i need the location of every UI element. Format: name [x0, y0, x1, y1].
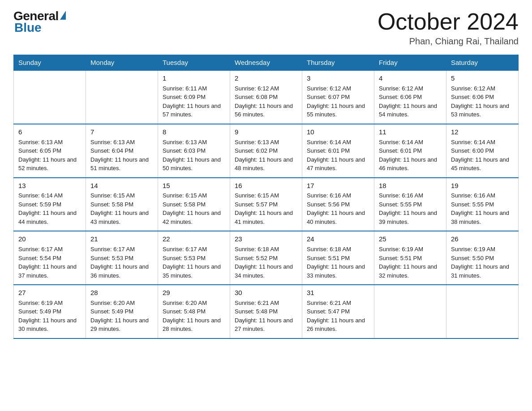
calendar-cell: 17Sunrise: 6:16 AMSunset: 5:56 PMDayligh…	[302, 178, 374, 231]
day-number: 13	[18, 181, 81, 191]
calendar-cell: 6Sunrise: 6:13 AMSunset: 6:05 PMDaylight…	[14, 124, 86, 178]
day-info: Sunrise: 6:12 AMSunset: 6:07 PMDaylight:…	[307, 84, 369, 119]
day-number: 24	[307, 234, 369, 244]
day-number: 8	[163, 127, 225, 137]
weekday-header-thursday: Thursday	[302, 55, 374, 71]
day-info: Sunrise: 6:16 AMSunset: 5:55 PMDaylight:…	[379, 191, 442, 226]
calendar-cell: 20Sunrise: 6:17 AMSunset: 5:54 PMDayligh…	[14, 231, 86, 285]
day-number: 14	[90, 181, 153, 191]
day-number: 5	[451, 73, 514, 83]
day-info: Sunrise: 6:13 AMSunset: 6:03 PMDaylight:…	[163, 138, 225, 173]
calendar-cell: 31Sunrise: 6:21 AMSunset: 5:47 PMDayligh…	[302, 285, 374, 338]
calendar-cell: 10Sunrise: 6:14 AMSunset: 6:01 PMDayligh…	[302, 124, 374, 178]
day-info: Sunrise: 6:18 AMSunset: 5:52 PMDaylight:…	[235, 245, 297, 280]
day-number: 16	[235, 181, 297, 191]
day-number: 6	[18, 127, 81, 137]
weekday-header-sunday: Sunday	[14, 55, 86, 71]
day-info: Sunrise: 6:17 AMSunset: 5:54 PMDaylight:…	[18, 245, 81, 280]
calendar-cell: 21Sunrise: 6:17 AMSunset: 5:53 PMDayligh…	[86, 231, 158, 285]
weekday-header-tuesday: Tuesday	[158, 55, 230, 71]
day-info: Sunrise: 6:18 AMSunset: 5:51 PMDaylight:…	[307, 245, 369, 280]
day-info: Sunrise: 6:15 AMSunset: 5:58 PMDaylight:…	[90, 191, 153, 226]
day-info: Sunrise: 6:12 AMSunset: 6:08 PMDaylight:…	[235, 84, 297, 119]
day-info: Sunrise: 6:17 AMSunset: 5:53 PMDaylight:…	[90, 245, 153, 280]
day-info: Sunrise: 6:14 AMSunset: 5:59 PMDaylight:…	[18, 191, 81, 226]
calendar-cell: 9Sunrise: 6:13 AMSunset: 6:02 PMDaylight…	[230, 124, 302, 178]
calendar-cell: 3Sunrise: 6:12 AMSunset: 6:07 PMDaylight…	[302, 70, 374, 124]
page-header: General Blue October 2024 Phan, Chiang R…	[13, 9, 519, 47]
calendar-cell: 29Sunrise: 6:20 AMSunset: 5:48 PMDayligh…	[158, 285, 230, 338]
calendar-cell: 26Sunrise: 6:19 AMSunset: 5:50 PMDayligh…	[446, 231, 519, 285]
calendar-week-row: 1Sunrise: 6:11 AMSunset: 6:09 PMDaylight…	[14, 70, 519, 124]
calendar-cell: 15Sunrise: 6:15 AMSunset: 5:58 PMDayligh…	[158, 178, 230, 231]
day-info: Sunrise: 6:17 AMSunset: 5:53 PMDaylight:…	[163, 245, 225, 280]
day-info: Sunrise: 6:21 AMSunset: 5:48 PMDaylight:…	[235, 299, 297, 334]
calendar-cell: 22Sunrise: 6:17 AMSunset: 5:53 PMDayligh…	[158, 231, 230, 285]
calendar-cell	[86, 70, 158, 124]
day-number: 3	[307, 73, 369, 83]
calendar-week-row: 13Sunrise: 6:14 AMSunset: 5:59 PMDayligh…	[14, 178, 519, 231]
calendar-cell	[374, 285, 446, 338]
calendar-cell: 24Sunrise: 6:18 AMSunset: 5:51 PMDayligh…	[302, 231, 374, 285]
day-number: 29	[163, 288, 225, 298]
day-info: Sunrise: 6:20 AMSunset: 5:49 PMDaylight:…	[90, 299, 153, 334]
day-number: 20	[18, 234, 81, 244]
day-number: 9	[235, 127, 297, 137]
calendar-cell: 18Sunrise: 6:16 AMSunset: 5:55 PMDayligh…	[374, 178, 446, 231]
day-number: 21	[90, 234, 153, 244]
calendar-cell: 2Sunrise: 6:12 AMSunset: 6:08 PMDaylight…	[230, 70, 302, 124]
calendar-cell	[14, 70, 86, 124]
day-info: Sunrise: 6:12 AMSunset: 6:06 PMDaylight:…	[379, 84, 442, 119]
day-info: Sunrise: 6:14 AMSunset: 6:01 PMDaylight:…	[379, 138, 442, 173]
calendar-cell	[446, 285, 519, 338]
day-info: Sunrise: 6:19 AMSunset: 5:50 PMDaylight:…	[451, 245, 514, 280]
day-info: Sunrise: 6:21 AMSunset: 5:47 PMDaylight:…	[307, 299, 369, 334]
calendar-cell: 25Sunrise: 6:19 AMSunset: 5:51 PMDayligh…	[374, 231, 446, 285]
calendar-cell: 4Sunrise: 6:12 AMSunset: 6:06 PMDaylight…	[374, 70, 446, 124]
calendar-cell: 8Sunrise: 6:13 AMSunset: 6:03 PMDaylight…	[158, 124, 230, 178]
day-info: Sunrise: 6:13 AMSunset: 6:04 PMDaylight:…	[90, 138, 153, 173]
day-info: Sunrise: 6:15 AMSunset: 5:58 PMDaylight:…	[163, 191, 225, 226]
day-number: 31	[307, 288, 369, 298]
logo: General Blue	[13, 9, 66, 35]
calendar-cell: 19Sunrise: 6:16 AMSunset: 5:55 PMDayligh…	[446, 178, 519, 231]
calendar-cell: 27Sunrise: 6:19 AMSunset: 5:49 PMDayligh…	[14, 285, 86, 338]
calendar-cell: 5Sunrise: 6:12 AMSunset: 6:06 PMDaylight…	[446, 70, 519, 124]
calendar-cell: 23Sunrise: 6:18 AMSunset: 5:52 PMDayligh…	[230, 231, 302, 285]
calendar-cell: 11Sunrise: 6:14 AMSunset: 6:01 PMDayligh…	[374, 124, 446, 178]
weekday-header-friday: Friday	[374, 55, 446, 71]
day-info: Sunrise: 6:14 AMSunset: 6:00 PMDaylight:…	[451, 138, 514, 173]
calendar-cell: 16Sunrise: 6:15 AMSunset: 5:57 PMDayligh…	[230, 178, 302, 231]
day-number: 4	[379, 73, 442, 83]
day-number: 19	[451, 181, 514, 191]
day-number: 25	[379, 234, 442, 244]
day-number: 30	[235, 288, 297, 298]
calendar-cell: 7Sunrise: 6:13 AMSunset: 6:04 PMDaylight…	[86, 124, 158, 178]
calendar-title: October 2024	[378, 9, 519, 34]
weekday-header-saturday: Saturday	[446, 55, 519, 71]
calendar-table: SundayMondayTuesdayWednesdayThursdayFrid…	[13, 55, 519, 339]
day-number: 28	[90, 288, 153, 298]
day-info: Sunrise: 6:15 AMSunset: 5:57 PMDaylight:…	[235, 191, 297, 226]
day-number: 15	[163, 181, 225, 191]
weekday-header-row: SundayMondayTuesdayWednesdayThursdayFrid…	[14, 55, 519, 71]
logo-blue-text: Blue	[13, 21, 66, 35]
calendar-cell: 28Sunrise: 6:20 AMSunset: 5:49 PMDayligh…	[86, 285, 158, 338]
day-info: Sunrise: 6:11 AMSunset: 6:09 PMDaylight:…	[163, 84, 225, 119]
day-number: 18	[379, 181, 442, 191]
day-number: 1	[163, 73, 225, 83]
title-block: October 2024 Phan, Chiang Rai, Thailand	[378, 9, 519, 47]
day-info: Sunrise: 6:16 AMSunset: 5:56 PMDaylight:…	[307, 191, 369, 226]
calendar-cell: 12Sunrise: 6:14 AMSunset: 6:00 PMDayligh…	[446, 124, 519, 178]
logo-triangle-icon	[60, 11, 66, 20]
day-number: 7	[90, 127, 153, 137]
calendar-week-row: 6Sunrise: 6:13 AMSunset: 6:05 PMDaylight…	[14, 124, 519, 178]
weekday-header-monday: Monday	[86, 55, 158, 71]
day-info: Sunrise: 6:13 AMSunset: 6:02 PMDaylight:…	[235, 138, 297, 173]
calendar-location: Phan, Chiang Rai, Thailand	[378, 36, 519, 47]
day-number: 11	[379, 127, 442, 137]
day-number: 12	[451, 127, 514, 137]
day-number: 10	[307, 127, 369, 137]
day-info: Sunrise: 6:12 AMSunset: 6:06 PMDaylight:…	[451, 84, 514, 119]
day-info: Sunrise: 6:13 AMSunset: 6:05 PMDaylight:…	[18, 138, 81, 173]
